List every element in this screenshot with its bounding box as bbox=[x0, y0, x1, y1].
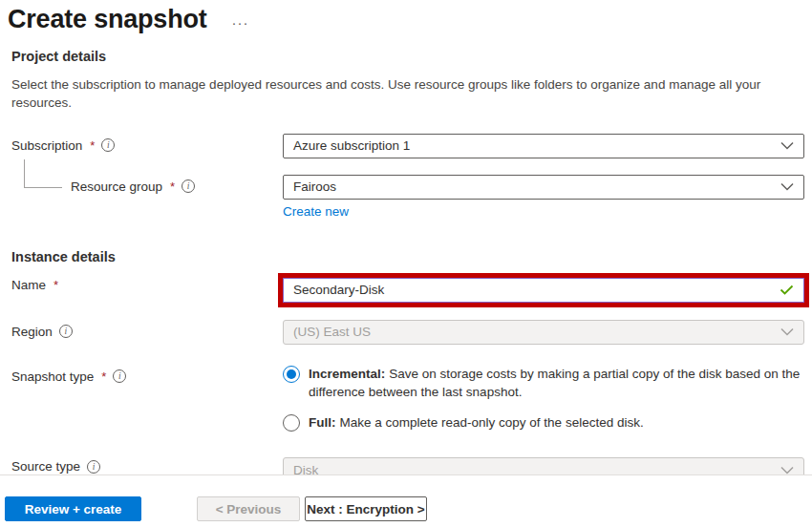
red-highlight-annotation: Secondary-Disk bbox=[278, 273, 809, 307]
region-value: (US) East US bbox=[293, 325, 371, 339]
required-asterisk: * bbox=[53, 278, 58, 292]
info-icon[interactable]: i bbox=[101, 138, 115, 152]
info-icon[interactable]: i bbox=[113, 369, 126, 383]
full-option-label: Full: bbox=[309, 415, 336, 430]
info-icon[interactable]: i bbox=[87, 460, 100, 474]
radio-option-incremental: Incremental:Save on storage costs by mak… bbox=[283, 365, 804, 402]
radio-dot bbox=[287, 369, 296, 379]
wizard-footer: Review + create < Previous Next : Encryp… bbox=[0, 474, 812, 527]
radio-button-selected[interactable] bbox=[283, 366, 300, 383]
name-label: Name bbox=[11, 278, 46, 292]
source-type-label-cell: Source type i bbox=[11, 457, 283, 474]
radio-button-unselected[interactable] bbox=[283, 414, 300, 432]
subscription-dropdown[interactable]: Azure subscription 1 bbox=[283, 134, 804, 158]
required-asterisk: * bbox=[169, 179, 175, 194]
full-option-description: Make a complete read-only copy of the se… bbox=[340, 415, 644, 430]
radio-text: Incremental:Save on storage costs by mak… bbox=[309, 365, 804, 402]
subscription-value: Azure subscription 1 bbox=[293, 138, 410, 153]
previous-button[interactable]: < Previous bbox=[197, 496, 300, 521]
radio-text: Full:Make a complete read-only copy of t… bbox=[309, 413, 644, 432]
create-snapshot-page: Create snapshot ··· Project details Sele… bbox=[0, 0, 812, 527]
project-details-heading: Project details bbox=[11, 49, 812, 64]
resource-group-label: Resource group bbox=[71, 179, 162, 194]
chevron-down-icon bbox=[780, 466, 794, 474]
name-row: Name* Secondary-Disk bbox=[11, 273, 812, 307]
incremental-option-label: Incremental: bbox=[309, 367, 385, 381]
subscription-group: Subscription* i Azure subscription 1 Res… bbox=[11, 134, 812, 220]
tree-connector-line bbox=[24, 159, 62, 188]
subscription-label: Subscription bbox=[11, 138, 82, 153]
name-value: Secondary-Disk bbox=[293, 283, 384, 297]
chevron-down-icon bbox=[780, 141, 794, 150]
region-dropdown-disabled: (US) East US bbox=[283, 320, 804, 345]
snapshot-type-label-cell: Snapshot type* i bbox=[11, 365, 283, 384]
name-label-cell: Name* bbox=[11, 273, 283, 292]
required-asterisk: * bbox=[100, 369, 106, 384]
instance-details-heading: Instance details bbox=[11, 249, 812, 264]
region-label: Region bbox=[11, 325, 53, 339]
chevron-down-icon bbox=[780, 327, 794, 336]
name-input[interactable]: Secondary-Disk bbox=[283, 278, 804, 303]
page-title: Create snapshot bbox=[8, 5, 207, 34]
review-create-button[interactable]: Review + create bbox=[5, 496, 141, 521]
required-asterisk: * bbox=[89, 138, 95, 153]
more-menu-icon[interactable]: ··· bbox=[232, 9, 249, 31]
radio-option-full: Full:Make a complete read-only copy of t… bbox=[283, 413, 804, 432]
snapshot-type-label: Snapshot type bbox=[11, 369, 94, 384]
source-type-label: Source type bbox=[11, 459, 80, 474]
page-header: Create snapshot ··· bbox=[0, 0, 812, 34]
resource-group-value: Fairoos bbox=[293, 179, 336, 194]
subscription-label-cell: Subscription* i bbox=[11, 134, 283, 153]
region-row: Region i (US) East US bbox=[11, 320, 812, 345]
snapshot-type-row: Snapshot type* i Incremental:Save on sto… bbox=[11, 365, 812, 432]
next-encryption-button[interactable]: Next : Encryption > bbox=[305, 496, 427, 521]
resource-group-dropdown[interactable]: Fairoos bbox=[283, 175, 804, 200]
resource-group-row: Resource group* i Fairoos Create new bbox=[11, 175, 812, 220]
chevron-down-icon bbox=[780, 182, 794, 191]
form-content: Project details Select the subscription … bbox=[0, 49, 812, 476]
valid-check-icon bbox=[780, 285, 794, 295]
subscription-row: Subscription* i Azure subscription 1 bbox=[11, 134, 812, 158]
info-icon[interactable]: i bbox=[59, 325, 73, 338]
info-icon[interactable]: i bbox=[182, 179, 195, 193]
create-new-link[interactable]: Create new bbox=[283, 204, 349, 219]
region-label-cell: Region i bbox=[11, 320, 283, 339]
project-details-description: Select the subscription to manage deploy… bbox=[11, 76, 797, 113]
